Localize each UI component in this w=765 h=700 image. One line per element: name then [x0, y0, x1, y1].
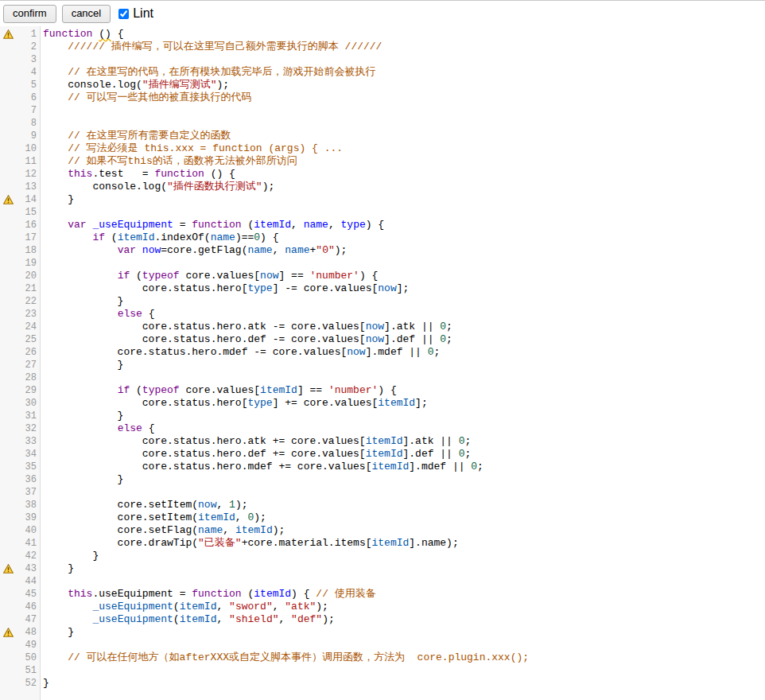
code-row[interactable]: 39 core.setItem(itemId, 0);: [0, 511, 765, 524]
code-row[interactable]: 11 // 如果不写this的话，函数将无法被外部所访问: [0, 155, 765, 168]
code-row[interactable]: 43 }: [0, 562, 765, 575]
lint-warning-icon[interactable]: [0, 628, 14, 637]
code-line[interactable]: [40, 257, 43, 270]
code-row[interactable]: 10 // 写法必须是 this.xxx = function (args) {…: [0, 142, 765, 155]
code-line[interactable]: if (typeof core.values[itemId] == 'numbe…: [40, 384, 397, 397]
code-row[interactable]: 12 this.test = function () {: [0, 168, 765, 181]
code-line[interactable]: }: [40, 193, 74, 206]
code-line[interactable]: [40, 53, 43, 66]
lint-toggle[interactable]: Lint: [118, 6, 153, 21]
code-row[interactable]: 36 }: [0, 473, 765, 486]
code-row[interactable]: 42 }: [0, 550, 765, 562]
code-line[interactable]: function () {: [40, 28, 123, 41]
code-row[interactable]: 48 }: [0, 626, 765, 639]
code-row[interactable]: 8: [0, 117, 765, 130]
code-row[interactable]: 9 // 在这里写所有需要自定义的函数: [0, 130, 765, 142]
code-line[interactable]: if (itemId.indexOf(name)==0) {: [40, 231, 279, 244]
code-line[interactable]: _useEquipment(itemId, "shield", "def");: [40, 613, 335, 626]
code-line[interactable]: [40, 575, 43, 588]
code-line[interactable]: }: [40, 473, 123, 486]
code-row[interactable]: 33 core.status.hero.atk += core.values[i…: [0, 435, 765, 448]
code-line[interactable]: core.status.hero.def += core.values[item…: [40, 448, 471, 461]
code-line[interactable]: [40, 117, 43, 130]
code-row[interactable]: 14 }: [0, 193, 765, 206]
code-line[interactable]: // 可以在任何地方（如afterXXX或自定义脚本事件）调用函数，方法为 co…: [40, 651, 529, 664]
code-line[interactable]: [40, 664, 43, 677]
lint-warning-icon[interactable]: [0, 195, 14, 204]
code-row[interactable]: 49: [0, 639, 765, 651]
code-row[interactable]: 28: [0, 371, 765, 384]
code-row[interactable]: 41 core.drawTip("已装备"+core.material.item…: [0, 537, 765, 550]
code-row[interactable]: 17 if (itemId.indexOf(name)==0) {: [0, 231, 765, 244]
code-row[interactable]: 30 core.status.hero[type] += core.values…: [0, 397, 765, 410]
code-row[interactable]: 3: [0, 53, 765, 66]
code-row[interactable]: 37: [0, 486, 765, 499]
code-row[interactable]: 5 console.log("插件编写测试");: [0, 79, 765, 91]
code-row[interactable]: 6 // 可以写一些其他的被直接执行的代码: [0, 91, 765, 104]
code-row[interactable]: 38 core.setItem(now, 1);: [0, 499, 765, 511]
code-line[interactable]: core.status.hero[type] += core.values[it…: [40, 397, 428, 410]
code-line[interactable]: var now=core.getFlag(name, name+"0");: [40, 244, 347, 257]
code-line[interactable]: // 在这里写的代码，在所有模块加载完毕后，游戏开始前会被执行: [40, 66, 376, 79]
code-line[interactable]: this.test = function () {: [40, 168, 235, 181]
code-line[interactable]: core.setFlag(name, itemId);: [40, 524, 285, 537]
code-row[interactable]: 19: [0, 257, 765, 270]
code-line[interactable]: }: [40, 410, 123, 422]
code-row[interactable]: 16 var _useEquipment = function (itemId,…: [0, 219, 765, 231]
lint-warning-icon[interactable]: [0, 29, 14, 39]
code-row[interactable]: 52}: [0, 677, 765, 690]
code-line[interactable]: core.status.hero[type] -= core.values[no…: [40, 282, 409, 295]
code-line[interactable]: // 在这里写所有需要自定义的函数: [40, 130, 231, 142]
code-row[interactable]: 34 core.status.hero.def += core.values[i…: [0, 448, 765, 461]
code-row[interactable]: 15: [0, 206, 765, 219]
code-line[interactable]: core.setItem(now, 1);: [40, 499, 247, 511]
code-line[interactable]: [40, 206, 43, 219]
code-line[interactable]: [40, 371, 43, 384]
code-line[interactable]: console.log("插件编写测试");: [40, 79, 229, 91]
code-row[interactable]: 18 var now=core.getFlag(name, name+"0");: [0, 244, 765, 257]
code-row[interactable]: 45 this.useEquipment = function (itemId)…: [0, 588, 765, 601]
code-line[interactable]: core.status.hero.atk += core.values[item…: [40, 435, 471, 448]
code-line[interactable]: ////// 插件编写，可以在这里写自己额外需要执行的脚本 //////: [40, 41, 382, 53]
code-line[interactable]: console.log("插件函数执行测试");: [40, 181, 274, 193]
code-line[interactable]: this.useEquipment = function (itemId) { …: [40, 588, 376, 601]
code-line[interactable]: [40, 639, 43, 651]
code-line[interactable]: else {: [40, 308, 154, 321]
code-row[interactable]: 47 _useEquipment(itemId, "shield", "def"…: [0, 613, 765, 626]
code-line[interactable]: }: [40, 550, 99, 562]
code-row[interactable]: 44: [0, 575, 765, 588]
lint-warning-icon[interactable]: [0, 564, 14, 574]
code-line[interactable]: // 如果不写this的话，函数将无法被外部所访问: [40, 155, 297, 168]
code-line[interactable]: }: [40, 626, 74, 639]
code-row[interactable]: 31 }: [0, 410, 765, 422]
code-line[interactable]: core.setItem(itemId, 0);: [40, 511, 266, 524]
code-row[interactable]: 21 core.status.hero[type] -= core.values…: [0, 282, 765, 295]
code-row[interactable]: 32 else {: [0, 422, 765, 435]
code-row[interactable]: 4 // 在这里写的代码，在所有模块加载完毕后，游戏开始前会被执行: [0, 66, 765, 79]
code-line[interactable]: _useEquipment(itemId, "sword", "atk");: [40, 601, 328, 613]
code-row[interactable]: 1function () {: [0, 28, 765, 41]
code-line[interactable]: [40, 104, 43, 117]
code-row[interactable]: 29 if (typeof core.values[itemId] == 'nu…: [0, 384, 765, 397]
code-row[interactable]: 2 ////// 插件编写，可以在这里写自己额外需要执行的脚本 //////: [0, 41, 765, 53]
code-line[interactable]: }: [40, 562, 74, 575]
code-line[interactable]: core.status.hero.atk -= core.values[now]…: [40, 321, 452, 333]
code-row[interactable]: 50 // 可以在任何地方（如afterXXX或自定义脚本事件）调用函数，方法为…: [0, 651, 765, 664]
code-line[interactable]: }: [40, 677, 49, 690]
code-row[interactable]: 20 if (typeof core.values[now] == 'numbe…: [0, 270, 765, 282]
code-row[interactable]: 13 console.log("插件函数执行测试");: [0, 181, 765, 193]
code-row[interactable]: 46 _useEquipment(itemId, "sword", "atk")…: [0, 601, 765, 613]
code-row[interactable]: 51: [0, 664, 765, 677]
code-line[interactable]: }: [40, 359, 123, 371]
code-row[interactable]: 23 else {: [0, 308, 765, 321]
code-line[interactable]: }: [40, 295, 123, 308]
code-line[interactable]: core.status.hero.mdef += core.values[ite…: [40, 461, 483, 473]
code-line[interactable]: // 写法必须是 this.xxx = function (args) { ..…: [40, 142, 343, 155]
confirm-button[interactable]: confirm: [3, 5, 56, 23]
code-row[interactable]: 24 core.status.hero.atk -= core.values[n…: [0, 321, 765, 333]
code-row[interactable]: 7: [0, 104, 765, 117]
code-line[interactable]: else {: [40, 422, 154, 435]
code-row[interactable]: 22 }: [0, 295, 765, 308]
code-row[interactable]: 25 core.status.hero.def -= core.values[n…: [0, 333, 765, 346]
cancel-button[interactable]: cancel: [62, 5, 111, 23]
